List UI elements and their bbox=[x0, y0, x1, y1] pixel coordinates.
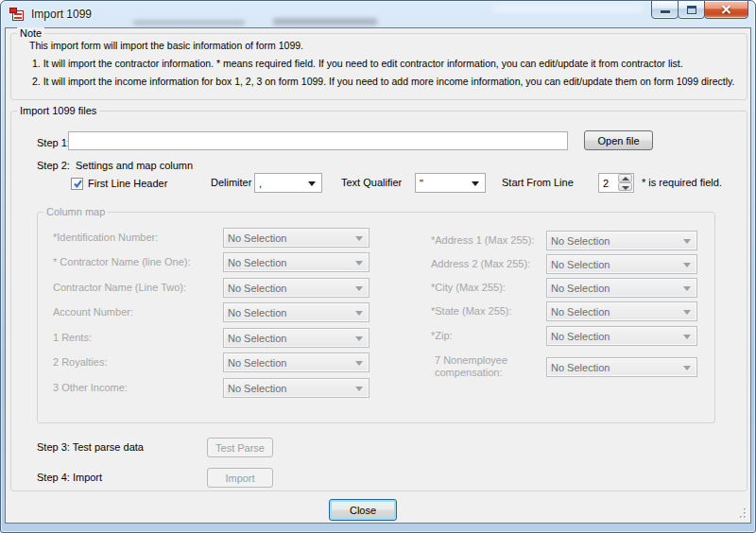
first-line-header-checkbox[interactable] bbox=[71, 178, 83, 190]
chevron-down-icon bbox=[355, 236, 363, 241]
text-qualifier-select[interactable]: " bbox=[415, 173, 486, 193]
account-number-label: Account Number: bbox=[53, 302, 133, 322]
rents-label: 1 Rents: bbox=[53, 328, 92, 348]
import-1099-window: Import 1099 Note This import form will i… bbox=[0, 0, 756, 533]
delimiter-select[interactable]: , bbox=[254, 173, 322, 193]
note-line-1: This import form will import the basic i… bbox=[29, 40, 303, 51]
step4-label: Step 4: Import bbox=[37, 468, 102, 488]
chevron-down-icon bbox=[355, 387, 363, 391]
note-group-label: Note bbox=[17, 27, 44, 39]
minimize-icon bbox=[661, 10, 670, 13]
account-number-select: No Selection bbox=[223, 302, 369, 322]
titlebar-glass-smudge bbox=[273, 18, 377, 26]
step2-label: Step 2: Settings and map column bbox=[37, 160, 193, 171]
close-window-button[interactable] bbox=[704, 0, 748, 19]
contractor-name-one-select: No Selection bbox=[223, 252, 369, 272]
chevron-down-icon bbox=[683, 286, 691, 291]
first-line-header-label: First Line Header bbox=[88, 177, 167, 191]
royalties-label: 2 Royalties: bbox=[53, 352, 107, 372]
test-parse-button: Test Parse bbox=[207, 438, 273, 457]
chevron-down-icon bbox=[308, 181, 316, 186]
spinner-up-button[interactable] bbox=[618, 174, 632, 182]
note-line-3: 2. It will import the income information… bbox=[32, 76, 734, 87]
address2-label: Address 2 (Max 255): bbox=[431, 254, 530, 274]
chevron-down-icon bbox=[355, 361, 363, 366]
chevron-down-icon bbox=[472, 181, 479, 186]
city-select: No Selection bbox=[546, 278, 697, 298]
state-label: *State (Max 255): bbox=[431, 301, 512, 321]
resize-grip[interactable] bbox=[735, 507, 747, 520]
zip-select: No Selection bbox=[546, 326, 697, 346]
chevron-down-icon bbox=[683, 366, 691, 370]
contractor-name-two-label: Contractor Name (Line Two): bbox=[53, 278, 186, 298]
file-path-input[interactable] bbox=[68, 131, 568, 150]
chevron-down-icon bbox=[355, 311, 363, 316]
note-line-2: 1. It will import the contractor informa… bbox=[32, 58, 683, 69]
maximize-icon bbox=[687, 6, 696, 14]
nonemployee-compensation-label: 7 Nonemployee compensation: bbox=[431, 354, 542, 379]
start-from-line-stepper[interactable]: 2 bbox=[598, 173, 634, 193]
checkmark-icon bbox=[72, 178, 84, 190]
import-files-group-label: Import 1099 files bbox=[17, 105, 99, 116]
step3-label: Step 3: Test parse data bbox=[37, 438, 144, 457]
close-icon bbox=[721, 5, 731, 14]
titlebar-glass-reflection bbox=[492, 4, 644, 13]
state-select: No Selection bbox=[546, 301, 697, 321]
column-map-group: Column map *Identification Number: No Se… bbox=[37, 212, 715, 423]
zip-label: *Zip: bbox=[431, 326, 453, 346]
titlebar[interactable]: Import 1099 bbox=[1, 1, 755, 27]
address1-select: No Selection bbox=[546, 231, 697, 250]
maximize-button[interactable] bbox=[678, 0, 705, 19]
other-income-select: No Selection bbox=[223, 378, 369, 398]
import-files-group: Import 1099 files Step 1: Open file Step… bbox=[10, 111, 747, 491]
chevron-down-icon bbox=[355, 261, 363, 266]
chevron-down-icon bbox=[355, 286, 363, 291]
other-income-label: 3 Other Income: bbox=[53, 378, 128, 398]
minimize-button[interactable] bbox=[651, 0, 679, 19]
column-map-group-label: Column map bbox=[43, 206, 108, 217]
dialog-body: Note This import form will import the ba… bbox=[5, 27, 751, 524]
nonemployee-compensation-select: No Selection bbox=[546, 357, 697, 377]
step1-label: Step 1: bbox=[37, 133, 70, 152]
royalties-select: No Selection bbox=[223, 352, 369, 372]
delimiter-label: Delimiter bbox=[211, 173, 251, 193]
address2-select: No Selection bbox=[546, 254, 697, 274]
text-qualifier-value: " bbox=[420, 178, 423, 189]
chevron-down-icon bbox=[683, 263, 691, 267]
chevron-down-icon bbox=[683, 239, 691, 244]
start-from-line-label: Start From Line bbox=[502, 173, 574, 193]
arrow-up-icon bbox=[622, 177, 629, 181]
address1-label: *Address 1 (Max 255): bbox=[431, 231, 534, 250]
import-button: Import bbox=[207, 468, 273, 488]
start-from-line-value: 2 bbox=[603, 178, 609, 189]
arrow-down-icon bbox=[622, 186, 629, 190]
chevron-down-icon bbox=[355, 336, 363, 341]
contractor-name-two-select: No Selection bbox=[223, 278, 369, 298]
contractor-name-one-label: * Contractor Name (line One): bbox=[53, 252, 191, 272]
window-title: Import 1099 bbox=[31, 8, 92, 21]
rents-select: No Selection bbox=[223, 328, 369, 348]
close-button[interactable]: Close bbox=[329, 499, 397, 521]
spinner-down-button[interactable] bbox=[618, 182, 632, 191]
identification-number-select: No Selection bbox=[223, 228, 369, 248]
note-group: Note This import form will import the ba… bbox=[10, 33, 747, 100]
titlebar-glass-smudge bbox=[133, 20, 245, 26]
chevron-down-icon bbox=[683, 335, 691, 339]
required-field-note: * is required field. bbox=[642, 173, 722, 193]
delimiter-value: , bbox=[259, 178, 262, 189]
city-label: *City (Max 255): bbox=[431, 278, 506, 298]
identification-number-label: *Identification Number: bbox=[53, 228, 158, 248]
chevron-down-icon bbox=[683, 310, 691, 315]
text-qualifier-label: Text Qualifier bbox=[341, 173, 402, 193]
open-file-button[interactable]: Open file bbox=[584, 130, 653, 150]
app-icon bbox=[9, 7, 25, 22]
